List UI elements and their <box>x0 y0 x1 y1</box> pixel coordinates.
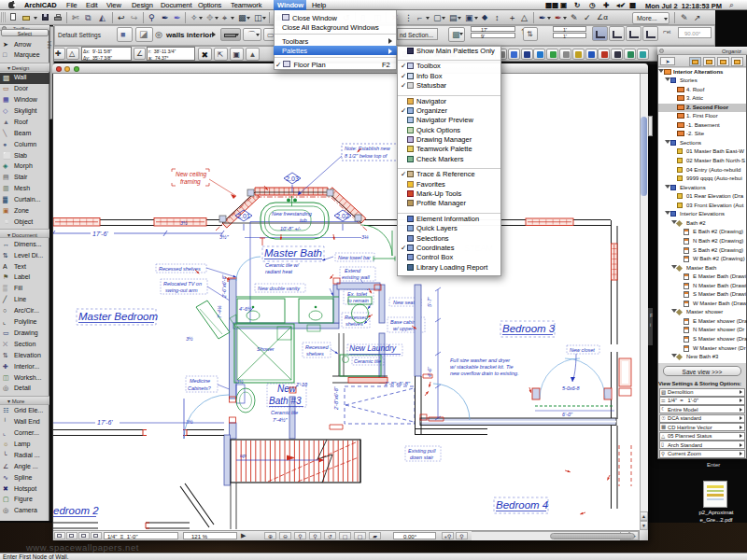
svg-text:3½: 3½ <box>180 220 188 226</box>
svg-text:2'-10: 2'-10 <box>295 382 308 387</box>
svg-text:New seat: New seat <box>393 300 415 305</box>
svg-text:2.03: 2.03 <box>286 175 299 182</box>
svg-text:2.01: 2.01 <box>237 213 250 219</box>
svg-text:New closet: New closet <box>570 347 595 353</box>
svg-text:5'-7": 5'-7" <box>427 296 432 307</box>
svg-text:3½: 3½ <box>236 379 244 385</box>
svg-text:down stair: down stair <box>410 455 434 460</box>
svg-text:3¼: 3¼ <box>361 234 369 240</box>
svg-text:7'-4½″: 7'-4½″ <box>273 417 289 423</box>
svg-text:2'-8"x6'-8": 2'-8"x6'-8" <box>384 381 411 386</box>
svg-text:3½″: 3½″ <box>219 234 230 240</box>
svg-text:Full size washer and dryer: Full size washer and dryer <box>450 357 511 363</box>
svg-text:8 1/2" below top of: 8 1/2" below top of <box>345 153 388 159</box>
svg-text:w/ uppers: w/ uppers <box>393 326 416 331</box>
svg-text:existing wall: existing wall <box>342 274 370 280</box>
svg-text:Existing pull: Existing pull <box>408 448 436 454</box>
svg-text:Ceramic tile w/: Ceramic tile w/ <box>265 262 300 268</box>
svg-text:new overflow drain to existing: new overflow drain to existing. <box>450 371 519 376</box>
svg-text:Medicine: Medicine <box>190 378 210 384</box>
svg-text:New: New <box>277 384 297 394</box>
svg-text:Master Bath: Master Bath <box>264 247 322 259</box>
svg-text:to remain: to remain <box>347 298 369 303</box>
svg-text:3½: 3½ <box>186 336 193 342</box>
svg-text:shelves: shelves <box>306 351 324 357</box>
svg-text:4'-6": 4'-6" <box>427 366 432 377</box>
svg-text:Recessed: Recessed <box>305 344 329 350</box>
svg-text:7'-4¼: 7'-4¼ <box>217 305 222 318</box>
svg-text:Note: Establish new: Note: Establish new <box>345 146 391 151</box>
svg-text:swing-out arm: swing-out arm <box>165 287 198 293</box>
svg-text:Extend: Extend <box>345 268 361 273</box>
svg-text:Recessed shelves: Recessed shelves <box>159 266 201 272</box>
svg-text:10'-8" +/-: 10'-8" +/- <box>280 226 301 231</box>
svg-text:New Laundry: New Laundry <box>349 343 397 353</box>
svg-text:2.02: 2.02 <box>336 213 349 219</box>
svg-text:Bedroom 3: Bedroom 3 <box>502 323 556 334</box>
svg-text:6'-0": 6'-0" <box>562 412 573 417</box>
svg-text:Ceramic tile: Ceramic tile <box>271 410 298 415</box>
svg-text:Master Bedroom: Master Bedroom <box>78 311 158 322</box>
svg-text:17'-6': 17'-6' <box>97 419 113 426</box>
svg-text:Cabinets?: Cabinets? <box>188 385 212 391</box>
svg-text:17'-6': 17'-6' <box>92 231 108 237</box>
svg-text:2'-8"x6'-8": 2'-8"x6'-8" <box>333 385 339 411</box>
svg-text:shelves: shelves <box>345 321 363 327</box>
svg-text:New freestanding: New freestanding <box>272 211 313 217</box>
svg-text:Ceramic tile: Ceramic tile <box>354 358 381 364</box>
svg-text:framing: framing <box>180 178 201 186</box>
svg-text:New towel bar: New towel bar <box>338 255 372 260</box>
svg-text:Bath #3: Bath #3 <box>269 396 302 406</box>
svg-text:4'-6½: 4'-6½ <box>239 306 252 312</box>
svg-text:New double vanity: New double vanity <box>258 286 301 291</box>
svg-text:5-0x6-8: 5-0x6-8 <box>562 385 581 391</box>
svg-text:Recessed: Recessed <box>345 315 368 320</box>
svg-text:w/ stackable bracket kit. Tie: w/ stackable bracket kit. Tie <box>450 364 514 370</box>
svg-text:Relocated TV on: Relocated TV on <box>163 281 202 287</box>
svg-text:Bedroom 4: Bedroom 4 <box>496 499 548 511</box>
svg-text:Ex. toilet: Ex. toilet <box>347 291 368 297</box>
svg-text:edroom 2: edroom 2 <box>53 505 99 516</box>
svg-text:New ceiling: New ceiling <box>176 171 207 178</box>
svg-text:up: up <box>240 453 247 458</box>
svg-text:radiant heat: radiant heat <box>265 269 293 274</box>
svg-text:tub: tub <box>300 217 307 223</box>
